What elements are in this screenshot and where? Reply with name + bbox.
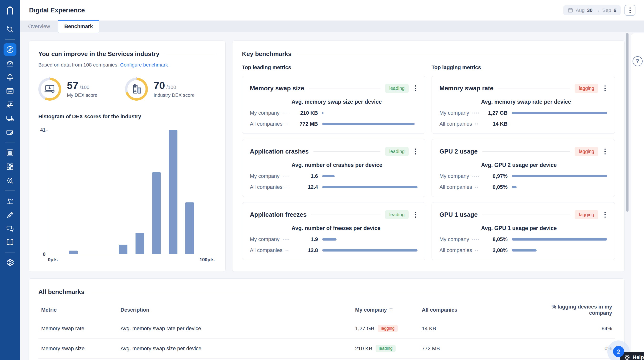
card-edit-icon xyxy=(6,128,14,137)
metric-comparison-row: All companies772 MB xyxy=(250,121,418,127)
metric-card-kebab-menu[interactable] xyxy=(414,84,418,93)
metric-card-kebab-menu[interactable] xyxy=(603,210,607,219)
device-cube-icon xyxy=(6,114,14,123)
histogram-bar xyxy=(69,251,78,254)
arrow-right-icon: → xyxy=(595,8,600,13)
metric-row-bar xyxy=(322,186,418,188)
sidebar-item-book[interactable] xyxy=(4,236,16,249)
tab-overview[interactable]: Overview xyxy=(20,21,58,32)
chat-icon xyxy=(6,224,14,233)
metric-card-title: Memory swap rate xyxy=(440,85,494,92)
metric-row-label: All companies xyxy=(440,247,472,253)
sidebar-item-radar-search[interactable] xyxy=(4,174,16,187)
column-header-my-company[interactable]: My company xyxy=(355,307,422,315)
cell-metric: Memory swap size xyxy=(38,339,120,358)
sidebar-item-card-edit[interactable] xyxy=(4,126,16,139)
chart-panel-icon xyxy=(6,87,14,95)
metric-row-value: 1,27 GB xyxy=(481,110,508,116)
dex-score-label: Industry DEX score xyxy=(154,93,194,98)
status-badge-lagging: lagging xyxy=(575,84,598,93)
tab-benchmark[interactable]: Benchmark xyxy=(58,20,99,33)
kb-column-heading: Top leading metrics xyxy=(242,64,425,71)
metric-avg-label: Avg. memory swap rate per device xyxy=(481,99,607,105)
gear-icon xyxy=(6,258,14,267)
improve-card-subtitle: Based on data from 108 companies. Config… xyxy=(38,62,216,68)
metric-row-label: My company xyxy=(250,173,280,179)
sidebar-item-dashboard-grid[interactable] xyxy=(4,160,16,173)
improve-card: You can improve in the Services industry… xyxy=(28,41,226,272)
metric-comparison-row: My company210 KB xyxy=(250,110,418,116)
all-benchmarks-title: All benchmarks xyxy=(38,288,84,296)
sidebar-item-rocket[interactable] xyxy=(4,208,16,221)
sidebar-item-chat[interactable] xyxy=(4,222,16,235)
sidebar-item-gear[interactable] xyxy=(4,256,16,269)
status-badge-lagging: lagging xyxy=(575,210,598,219)
sidebar-item-person-board[interactable] xyxy=(4,99,16,111)
metric-comparison-row: My company8,05% xyxy=(440,236,607,242)
sidebar-item-bell[interactable] xyxy=(4,71,16,84)
sidebar-item-device-cube[interactable] xyxy=(4,112,16,125)
column-header-description: Description xyxy=(120,307,355,315)
sidebar-item-chart-panel[interactable] xyxy=(4,85,16,98)
metric-row-bar xyxy=(512,186,516,188)
table-row: GPU 2 usageAvg. GPU 2 usage per device0,… xyxy=(38,358,615,360)
dex-score-ring xyxy=(38,78,61,101)
metric-comparison-row: All companies14 KB xyxy=(440,121,607,127)
date-range-picker[interactable]: Aug 30 → Sep 6 xyxy=(563,5,621,15)
metric-row-value: 772 MB xyxy=(292,121,318,127)
metric-card-memory-swap-rate: Memory swap ratelaggingAvg. memory swap … xyxy=(432,76,615,134)
improve-card-title: You can improve in the Services industry xyxy=(38,50,159,58)
histogram-title: Histogram of DEX scores for the industry xyxy=(38,114,216,120)
cell-description: Avg. GPU 2 usage per device xyxy=(120,359,355,360)
metric-card-title: GPU 1 usage xyxy=(440,211,478,218)
header-kebab-menu-button[interactable] xyxy=(624,5,636,16)
date-start-day: 30 xyxy=(587,8,592,13)
cell-metric: Memory swap rate xyxy=(38,319,120,338)
sidebar-item-ai-search[interactable] xyxy=(4,23,16,36)
metric-card-kebab-menu[interactable] xyxy=(603,147,607,156)
metric-row-value: 2,08% xyxy=(481,247,508,253)
dex-score-value: 57 xyxy=(67,80,78,91)
sort-icon[interactable] xyxy=(389,307,394,312)
cell-all-companies: 14 KB xyxy=(422,319,541,338)
kb-column-leading: Top leading metricsMemory swap sizeleadi… xyxy=(242,64,425,265)
histogram-ymin-label: 0 xyxy=(38,251,46,257)
metric-row-bar xyxy=(322,112,324,114)
cell-my-company: 0,97%lagging xyxy=(355,358,422,360)
histogram-bar xyxy=(152,172,161,254)
metric-row-value: 0,05% xyxy=(481,184,508,190)
sidebar-item-compass[interactable] xyxy=(4,43,16,56)
gauge-icon xyxy=(6,59,14,68)
histogram-bar xyxy=(169,130,178,254)
sidebar-item-apps-grid[interactable] xyxy=(4,146,16,159)
top-bar: Digital Experience Aug 30 → Sep 6 xyxy=(20,0,644,21)
metric-card-kebab-menu[interactable] xyxy=(603,84,607,93)
main-area: Digital Experience Aug 30 → Sep 6 Overvi… xyxy=(20,0,644,360)
metric-card-kebab-menu[interactable] xyxy=(414,147,418,156)
laptop-heart-icon xyxy=(44,83,56,95)
sidebar-item-gauge[interactable] xyxy=(4,57,16,70)
date-start-month: Aug xyxy=(576,8,584,13)
cell-pct-lagging: 84% xyxy=(541,319,615,338)
sidebar xyxy=(0,0,20,360)
metric-comparison-row: My company1,27 GB xyxy=(440,110,607,116)
page-help-button[interactable]: ? xyxy=(632,56,642,66)
nexthink-logo[interactable] xyxy=(4,4,16,17)
metric-card-kebab-menu[interactable] xyxy=(414,210,418,219)
vertical-scrollbar[interactable] xyxy=(626,33,628,212)
metric-comparison-row: All companies2,08% xyxy=(440,247,607,253)
sidebar-item-robot-arm[interactable] xyxy=(4,194,16,207)
sidebar-nav xyxy=(0,23,20,269)
kb-column-heading: Top lagging metrics xyxy=(432,64,615,71)
cell-my-company: 210 KBleading xyxy=(355,338,422,358)
sidebar-divider xyxy=(5,143,15,143)
calendar-icon xyxy=(568,8,573,13)
status-badge-lagging: lagging xyxy=(378,325,398,332)
table-row: Memory swap sizeAvg. memory swap size pe… xyxy=(38,338,615,358)
dex-score-1: 70 /100Industry DEX score xyxy=(125,78,194,101)
notification-count-badge[interactable]: 2 xyxy=(613,346,624,357)
kb-column-lagging: Top lagging metricsMemory swap ratelaggi… xyxy=(432,64,615,265)
configure-benchmark-link[interactable]: Configure benchmark xyxy=(120,62,168,68)
cell-pct-lagging: 30% xyxy=(541,359,615,360)
date-end-month: Sep xyxy=(602,8,611,13)
